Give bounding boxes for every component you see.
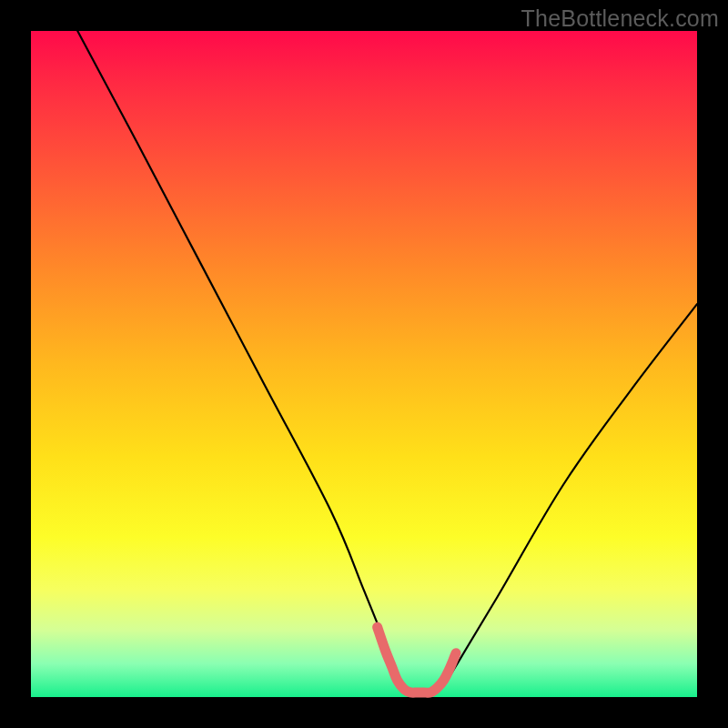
chart-frame: TheBottleneck.com	[0, 0, 728, 728]
watermark-text: TheBottleneck.com	[521, 5, 719, 32]
bottleneck-curve-path	[77, 31, 697, 693]
optimal-zone-path	[378, 627, 456, 693]
chart-svg	[31, 31, 697, 697]
